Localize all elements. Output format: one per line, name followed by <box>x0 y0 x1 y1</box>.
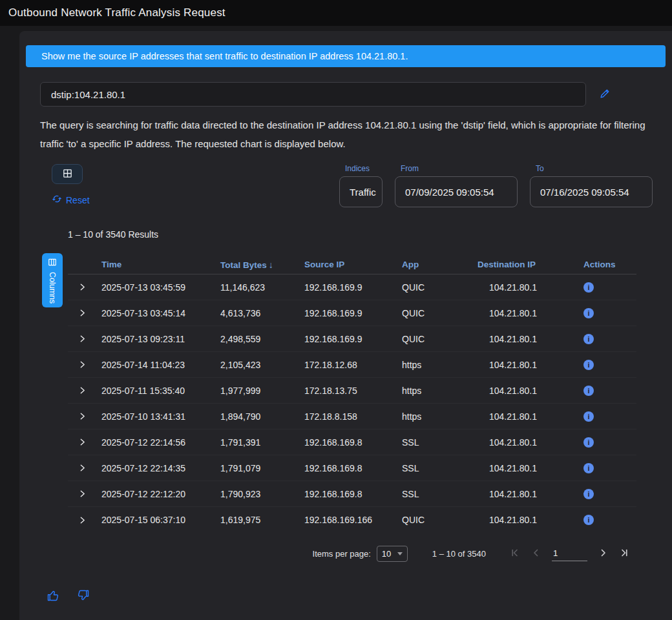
table-row: 2025-07-13 09:23:11 2,498,559 192.168.16… <box>68 326 636 352</box>
cell-time: 2025-07-12 22:14:35 <box>101 463 220 473</box>
cell-source-ip: 192.168.169.166 <box>304 515 402 525</box>
reset-button[interactable]: Reset <box>52 194 90 206</box>
previous-page-icon <box>530 547 542 561</box>
info-icon[interactable]: i <box>583 334 594 344</box>
expand-row-icon[interactable] <box>78 516 101 524</box>
cell-total-bytes: 1,791,079 <box>220 463 304 473</box>
pagination-bar: Items per page: 10 1 – 10 of 3540 <box>40 546 630 562</box>
header-time[interactable]: Time <box>101 260 220 269</box>
thumbs-up-icon <box>47 589 59 604</box>
table-row: 2025-07-13 03:45:59 11,146,623 192.168.1… <box>68 274 636 300</box>
header-app[interactable]: App <box>402 260 478 269</box>
expand-row-icon[interactable] <box>78 412 101 420</box>
user-request-text: Show me the source IP addresses that sen… <box>41 51 408 61</box>
thumbs-down-button[interactable] <box>77 589 90 604</box>
from-date-value: 07/09/2025 09:05:54 <box>405 187 494 198</box>
query-input[interactable]: dstip:104.21.80.1 <box>40 82 586 107</box>
to-date-input[interactable]: 07/16/2025 09:05:54 <box>530 176 653 207</box>
first-page-icon <box>509 547 521 561</box>
from-field: From 07/09/2025 09:05:54 <box>395 164 518 207</box>
grid-icon <box>62 168 73 181</box>
previous-page-button[interactable] <box>530 547 542 561</box>
first-page-button[interactable] <box>509 547 521 561</box>
info-icon[interactable]: i <box>583 515 594 525</box>
edit-query-button[interactable] <box>600 88 611 101</box>
to-label: To <box>536 164 653 173</box>
cell-app: QUIC <box>402 515 478 525</box>
indices-label: Indices <box>345 164 383 173</box>
table-row: 2025-07-15 06:37:10 1,619,975 192.168.16… <box>68 507 636 533</box>
info-icon[interactable]: i <box>583 386 594 396</box>
table-view-button[interactable] <box>52 164 83 184</box>
cell-destination-ip: 104.21.80.1 <box>478 411 583 422</box>
from-label: From <box>401 164 518 173</box>
columns-button-label: Columns <box>48 272 57 304</box>
cell-total-bytes: 11,146,623 <box>220 282 304 293</box>
thumbs-up-button[interactable] <box>47 589 59 604</box>
indices-field: Indices Traffic <box>339 164 383 207</box>
cell-time: 2025-07-12 22:14:56 <box>101 437 220 448</box>
reset-label: Reset <box>66 195 90 205</box>
cell-time: 2025-07-14 11:04:23 <box>101 360 220 370</box>
cell-source-ip: 172.18.8.158 <box>304 411 402 422</box>
indices-value: Traffic <box>350 187 376 198</box>
expand-row-icon[interactable] <box>78 309 101 317</box>
expand-row-icon[interactable] <box>78 464 101 472</box>
info-icon[interactable]: i <box>583 308 594 318</box>
cell-destination-ip: 104.21.80.1 <box>478 360 583 370</box>
table-row: 2025-07-12 22:14:56 1,791,391 192.168.16… <box>68 429 636 455</box>
page-number-input[interactable] <box>552 547 587 561</box>
refresh-icon <box>52 194 62 206</box>
cell-total-bytes: 2,498,559 <box>220 334 304 344</box>
info-icon[interactable]: i <box>583 360 594 370</box>
cell-app: https <box>402 411 478 422</box>
cell-time: 2025-07-11 15:35:40 <box>101 386 220 396</box>
cell-source-ip: 192.168.169.9 <box>304 334 402 344</box>
info-icon[interactable]: i <box>583 437 594 448</box>
info-icon[interactable]: i <box>583 282 594 293</box>
cell-time: 2025-07-15 06:37:10 <box>101 515 220 525</box>
header-source-ip[interactable]: Source IP <box>304 260 402 269</box>
cell-source-ip: 192.168.169.9 <box>304 308 402 318</box>
cell-total-bytes: 1,790,923 <box>220 489 304 499</box>
query-explanation: The query is searching for traffic data … <box>40 116 655 153</box>
expand-row-icon[interactable] <box>78 360 101 369</box>
cell-total-bytes: 2,105,423 <box>220 360 304 370</box>
cell-destination-ip: 104.21.80.1 <box>478 463 583 473</box>
header-destination-ip[interactable]: Destination IP <box>478 260 583 269</box>
next-page-button[interactable] <box>597 547 609 561</box>
table-row: 2025-07-11 15:35:40 1,977,999 172.18.13.… <box>68 378 636 404</box>
results-summary: 1 – 10 of 3540 Results <box>68 229 666 240</box>
cell-destination-ip: 104.21.80.1 <box>478 489 583 499</box>
info-icon[interactable]: i <box>583 411 594 422</box>
expand-row-icon[interactable] <box>78 283 101 291</box>
next-page-icon <box>597 547 609 561</box>
header-total-bytes[interactable]: Total Bytes↓ <box>220 260 304 270</box>
info-icon[interactable]: i <box>583 463 594 473</box>
analysis-card: Show me the source IP addresses that sen… <box>19 31 672 620</box>
cell-source-ip: 172.18.12.68 <box>304 360 402 370</box>
columns-icon <box>48 258 57 269</box>
to-field: To 07/16/2025 09:05:54 <box>530 164 653 207</box>
indices-select[interactable]: Traffic <box>339 176 383 207</box>
query-value: dstip:104.21.80.1 <box>51 89 125 100</box>
expand-row-icon[interactable] <box>78 386 101 395</box>
expand-row-icon[interactable] <box>78 335 101 343</box>
cell-destination-ip: 104.21.80.1 <box>478 282 583 293</box>
cell-app: QUIC <box>402 334 478 344</box>
cell-app: https <box>402 386 478 396</box>
cell-time: 2025-07-12 22:12:20 <box>101 489 220 499</box>
from-date-input[interactable]: 07/09/2025 09:05:54 <box>395 176 518 207</box>
header-actions: Actions <box>583 260 636 269</box>
columns-button[interactable]: Columns <box>42 253 63 307</box>
expand-row-icon[interactable] <box>78 490 101 498</box>
table-body: 2025-07-13 03:45:59 11,146,623 192.168.1… <box>68 274 636 533</box>
expand-row-icon[interactable] <box>78 438 101 446</box>
cell-total-bytes: 4,613,736 <box>220 308 304 318</box>
items-per-page-select[interactable]: 10 <box>377 546 408 562</box>
cell-app: SSL <box>402 489 478 499</box>
info-icon[interactable]: i <box>583 489 594 499</box>
last-page-button[interactable] <box>618 547 630 561</box>
thumbs-down-icon <box>77 589 90 604</box>
user-request-banner: Show me the source IP addresses that sen… <box>26 45 666 67</box>
